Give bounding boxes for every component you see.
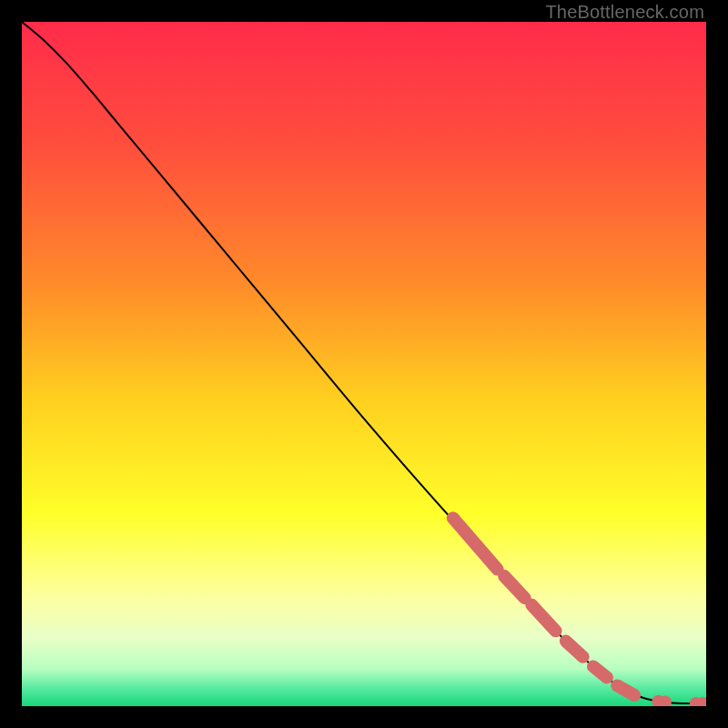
gradient-background [22,22,706,706]
chart-frame: TheBottleneck.com [0,0,728,728]
plot-area [22,22,706,706]
marker-segment [593,666,607,677]
chart-svg [22,22,706,706]
attribution-text: TheBottleneck.com [545,2,704,23]
marker-segment [617,685,634,695]
